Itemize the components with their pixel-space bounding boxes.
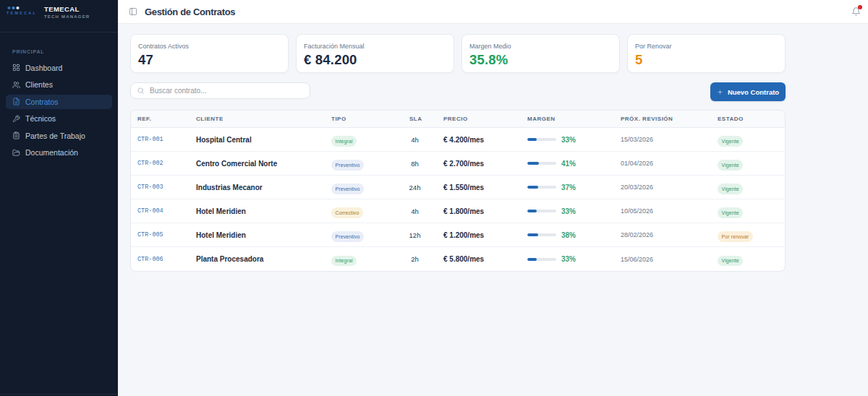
svg-text:TEMECAL: TEMECAL [7,11,37,15]
